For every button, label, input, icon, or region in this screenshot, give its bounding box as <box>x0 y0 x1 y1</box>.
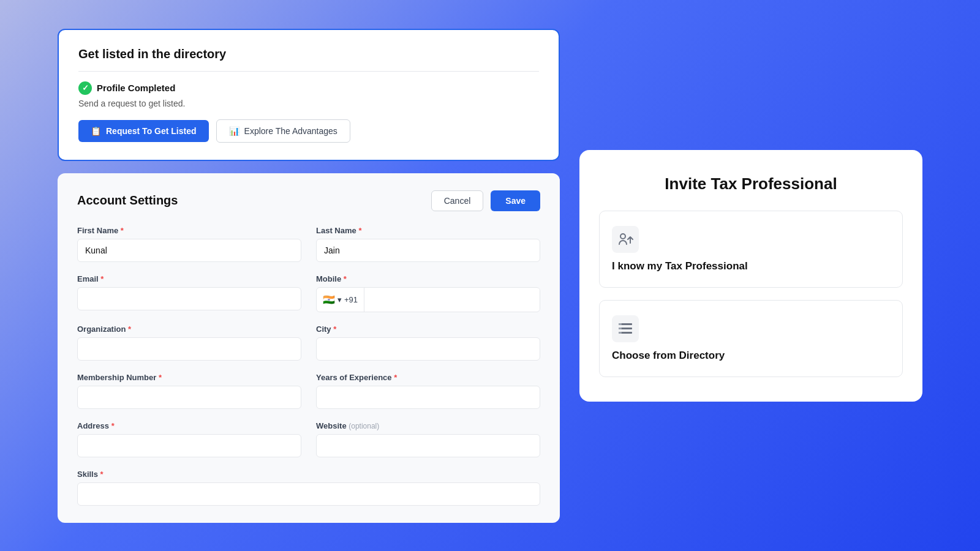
profile-status-text: Profile Completed <box>97 83 175 93</box>
years-label: Years of Experience * <box>316 373 540 382</box>
first-name-group: First Name * <box>77 226 301 262</box>
city-required: * <box>333 324 336 334</box>
mobile-input-wrapper: 🇮🇳 ▾ +91 <box>316 287 540 312</box>
last-name-input[interactable] <box>316 239 540 262</box>
org-required: * <box>128 324 131 334</box>
know-professional-icon <box>612 226 639 253</box>
save-button[interactable]: Save <box>491 190 540 211</box>
membership-group: Membership Number * <box>77 373 301 409</box>
cancel-button[interactable]: Cancel <box>431 190 484 211</box>
request-icon: 📋 <box>91 126 101 136</box>
directory-title: Get listed in the directory <box>78 47 539 61</box>
skills-label: Skills * <box>77 470 540 479</box>
svg-rect-5 <box>619 328 622 329</box>
account-header: Account Settings Cancel Save <box>77 190 540 211</box>
address-group: Address * <box>77 421 301 457</box>
website-group: Website (optional) <box>316 421 540 457</box>
svg-rect-6 <box>619 332 622 334</box>
form-grid: First Name * Last Name * Email * <box>77 226 540 506</box>
membership-input[interactable] <box>77 386 301 409</box>
years-input[interactable] <box>316 386 540 409</box>
email-label: Email * <box>77 274 301 283</box>
address-label: Address * <box>77 421 301 430</box>
explore-advantages-button[interactable]: 📊 Explore The Advantages <box>216 119 350 143</box>
explore-icon: 📊 <box>229 126 239 136</box>
svg-rect-4 <box>619 323 622 325</box>
years-required: * <box>394 373 397 382</box>
invite-title: Invite Tax Professional <box>599 174 903 193</box>
email-group: Email * <box>77 274 301 312</box>
email-required: * <box>100 274 104 283</box>
flag-icon: 🇮🇳 <box>323 294 335 305</box>
website-optional: (optional) <box>349 422 379 430</box>
right-panel: Invite Tax Professional I know my Tax Pr… <box>579 150 922 402</box>
mobile-group: Mobile * 🇮🇳 ▾ +91 <box>316 274 540 312</box>
header-buttons: Cancel Save <box>431 190 540 211</box>
last-name-required: * <box>358 226 361 235</box>
skills-select[interactable] <box>77 482 540 506</box>
first-name-label: First Name * <box>77 226 301 235</box>
directory-icon <box>612 315 639 342</box>
website-input[interactable] <box>316 434 540 457</box>
mobile-input[interactable] <box>364 288 540 310</box>
skills-required: * <box>100 470 104 479</box>
svg-point-0 <box>620 234 625 239</box>
membership-label: Membership Number * <box>77 373 301 382</box>
address-input[interactable] <box>77 434 301 457</box>
send-request-text: Send a request to get listed. <box>78 99 539 108</box>
organization-input[interactable] <box>77 337 301 361</box>
organization-label: Organization * <box>77 324 301 334</box>
last-name-group: Last Name * <box>316 226 540 262</box>
profile-completed-row: ✓ Profile Completed <box>78 81 539 95</box>
organization-group: Organization * <box>77 324 301 361</box>
know-professional-label: I know my Tax Professional <box>612 260 890 272</box>
first-name-required: * <box>121 226 124 235</box>
mobile-required: * <box>344 274 347 283</box>
skills-group: Skills * <box>77 470 540 506</box>
invite-option-know[interactable]: I know my Tax Professional <box>599 211 903 288</box>
first-name-input[interactable] <box>77 239 301 262</box>
address-required: * <box>111 421 115 430</box>
last-name-label: Last Name * <box>316 226 540 235</box>
website-label: Website (optional) <box>316 421 540 430</box>
directory-option-label: Choose from Directory <box>612 350 890 362</box>
city-group: City * <box>316 324 540 361</box>
city-select[interactable] <box>316 337 540 361</box>
membership-required: * <box>159 373 162 382</box>
request-get-listed-button[interactable]: 📋 Request To Get Listed <box>78 120 209 142</box>
directory-card: Get listed in the directory ✓ Profile Co… <box>58 29 560 161</box>
account-settings-title: Account Settings <box>77 193 178 208</box>
chevron-icon: ▾ <box>337 295 342 304</box>
account-settings-card: Account Settings Cancel Save First Name … <box>58 173 560 523</box>
years-group: Years of Experience * <box>316 373 540 409</box>
check-icon: ✓ <box>78 81 92 95</box>
email-input[interactable] <box>77 287 301 310</box>
mobile-label: Mobile * <box>316 274 540 283</box>
invite-option-directory[interactable]: Choose from Directory <box>599 300 903 377</box>
directory-buttons: 📋 Request To Get Listed 📊 Explore The Ad… <box>78 119 539 143</box>
left-panel: Get listed in the directory ✓ Profile Co… <box>58 29 560 523</box>
city-label: City * <box>316 324 540 334</box>
mobile-prefix: 🇮🇳 ▾ +91 <box>317 288 364 312</box>
